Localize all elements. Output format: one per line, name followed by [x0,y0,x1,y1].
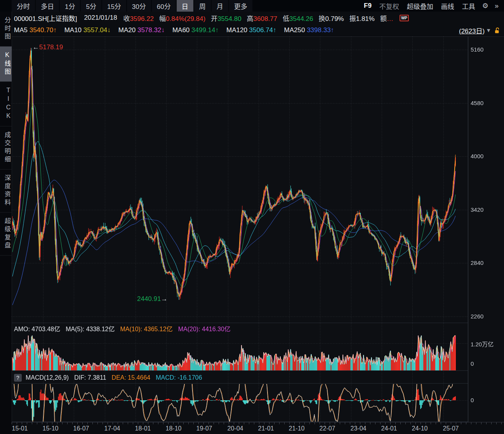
sidebar-item-tick[interactable]: TICK [0,82,12,126]
price-axis-tick: 2260 [471,313,483,320]
ma250-label: MA250 [284,26,305,34]
x-axis-label: 22-07 [316,425,339,432]
wp-badge-icon[interactable]: WP [400,15,409,21]
x-axis[interactable]: 15-0115-1016-0717-0418-0118-1019-0720-04… [12,422,504,434]
open-label: 开 [211,15,217,22]
tab-1min[interactable]: 1分 [60,0,80,12]
x-axis-label: 24-10 [408,425,431,432]
ma5-item: MA5 3540.70↑ [12,26,57,34]
close-value: 3596.22 [130,15,154,22]
ma120-item: MA120 3506.74↑ [224,26,276,34]
low-value-text: 2440.91 [137,295,161,303]
ma20-item: MA20 3578.32↓ [116,26,165,34]
tab-multiday[interactable]: 多日 [36,0,59,12]
tab-monthly[interactable]: 月 [212,0,228,12]
left-arrow-icon: ← [33,43,39,51]
ma20-label: MA20 [118,26,136,34]
low-value: 3544.26 [289,15,313,22]
x-axis-label: 20-04 [224,425,247,432]
macd-name[interactable]: MACD(12,26,9) [26,374,69,381]
ma10-arrow-icon: ↓ [107,26,111,34]
ma10-label: MA10 [64,26,82,34]
ma60-arrow-icon: ↑ [215,26,219,34]
price-axis-tick: 2840 [471,259,483,266]
help-icon[interactable]: ? [14,374,22,382]
x-axis-label: 23-04 [347,425,370,432]
tab-minute-chart[interactable]: 分时 [12,0,35,12]
tab-30min[interactable]: 30分 [127,0,151,12]
change-value: 0.84%(29.84) [166,15,205,22]
x-axis-label: 21-01 [254,425,278,432]
ma20-arrow-icon: ↓ [161,26,165,34]
volume-pane-header: AMO: 4703.48亿 MA(5): 4338.12亿 MA(10): 43… [14,323,231,334]
visible-days-dropdown[interactable]: (2623日) [459,26,485,35]
sidebar-item-super-replay[interactable]: 超级复盘 [0,213,12,256]
tools-button[interactable]: 工具 [458,0,479,12]
period-buttons: 分时 多日 1分 5分 15分 30分 60分 日 周 月 更多 [12,0,253,12]
sidebar-item-trade-detail[interactable]: 成交明细 [0,126,12,169]
tab-more[interactable]: 更多 [229,0,252,12]
amplitude-field: 振1.81% [349,13,375,23]
kline-chart-canvas[interactable] [12,36,504,422]
macd-axis-tick: 0 [471,397,474,403]
all-time-high-annotation: ←5178.19 [33,43,63,51]
unlock-icon[interactable] [494,27,500,34]
ma120-arrow-icon: ↑ [273,26,276,34]
no-adjust-button[interactable]: 不复权 [375,0,403,12]
amount-value: … [387,15,393,22]
open-value: 3554.80 [217,15,241,22]
ma120-label: MA120 [226,26,247,34]
ma120-value: 3506.74 [249,26,273,34]
x-axis-label: 18-01 [131,425,155,432]
dif-value: DIF: 7.3811 [74,374,106,381]
change-label: 幅 [159,15,166,22]
ma20-value: 3578.32 [137,26,161,34]
tab-15min[interactable]: 15分 [102,0,126,12]
period-toolbar: 分时 多日 1分 5分 15分 30分 60分 日 周 月 更多 F9 不复权 … [0,0,504,12]
f9-button[interactable]: F9 [360,0,375,12]
price-axis-tick: 5160 [471,46,483,53]
dea-value: DEA: 15.4664 [112,374,151,381]
quote-date: 2021/01/18 [84,14,117,22]
ma60-item: MA60 3499.14↑ [170,26,219,34]
sidebar-item-kline-chart[interactable]: K线图 [0,47,12,82]
low-label: 低 [283,15,289,22]
super-overlay-button[interactable]: 超级叠加 [403,0,437,12]
sidebar-item-depth-data[interactable]: 深度资料 [0,169,12,213]
volume-ma10-value: MA(10): 4365.12亿 [120,324,172,333]
volume-ma20-value: MA(20): 4416.30亿 [178,324,231,333]
gear-icon[interactable]: ⚙ [479,0,492,12]
x-axis-label: 24-01 [377,425,401,432]
ma10-item: MA10 3557.04↓ [62,26,111,34]
volume-axis-tick: 1.20万亿 [471,340,494,348]
symbol-name[interactable]: 000001.SH[上证指数] [14,13,77,23]
left-nav-sidebar: 分时图 K线图 TICK 成交明细 深度资料 超级复盘 [0,12,12,434]
volume-axis-tick: 0 [471,360,474,367]
high-field: 高3608.77 [247,13,277,23]
x-axis-label: 15-01 [8,425,31,432]
tab-daily[interactable]: 日 [177,0,193,12]
x-axis-label: 19-07 [193,425,216,432]
expand-more-icon[interactable]: » [492,0,502,12]
ma250-item: MA250 3398.33↑ [282,26,334,34]
amount-label: 额 [380,15,387,22]
ma5-value: 3540.70 [30,26,53,34]
high-label: 高 [247,15,254,22]
macd-value: MACD: -16.1706 [156,374,202,381]
price-axis-tick: 4580 [471,100,483,106]
tab-weekly[interactable]: 周 [194,0,211,12]
x-axis-label: 25-07 [439,425,462,432]
sidebar-item-minute-chart[interactable]: 分时图 [0,12,12,47]
turnover-value: 0.79% [325,15,344,22]
tab-5min[interactable]: 5分 [81,0,101,12]
x-axis-label: 21-10 [285,425,308,432]
trading-terminal-window: 分时 多日 1分 5分 15分 30分 60分 日 周 月 更多 F9 不复权 … [0,0,504,434]
quote-info-bar: 000001.SH[上证指数] 2021/01/18 收3596.22 幅0.8… [12,12,504,24]
ma5-arrow-icon: ↑ [53,26,57,34]
tab-60min[interactable]: 60分 [152,0,176,12]
draw-line-button[interactable]: 画线 [437,0,458,12]
toolbar-right: F9 不复权 超级叠加 画线 工具 ⚙ » [360,0,502,12]
turnover-label: 换 [319,15,325,22]
ma5-label: MA5 [14,26,28,34]
chevron-down-icon[interactable]: ▼ [486,27,491,33]
